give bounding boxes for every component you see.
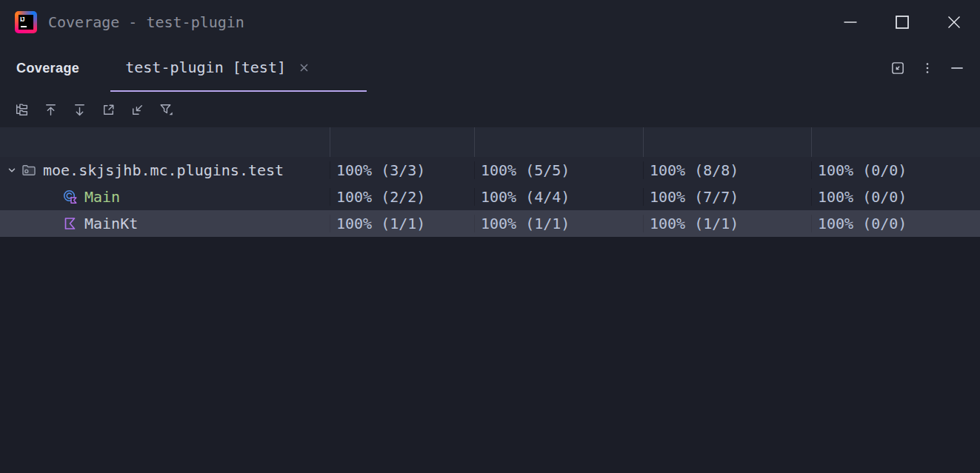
import-button[interactable] <box>126 98 148 121</box>
kotlin-class-icon <box>62 189 79 205</box>
branch-coverage-cell: 100% (0/0) <box>811 161 980 179</box>
export-icon <box>101 102 116 118</box>
hide-toolwindow-button[interactable] <box>944 56 970 81</box>
more-options-icon <box>920 61 935 76</box>
toolwindow-tab-bar: Coverage test-plugin [test] <box>0 44 980 92</box>
flatten-packages-icon <box>14 102 30 118</box>
chevron-down-icon <box>6 164 18 176</box>
tab-test-plugin[interactable]: test-plugin [test] <box>110 44 367 92</box>
package-icon <box>21 162 37 178</box>
class-coverage-cell: 100% (1/1) <box>330 215 474 232</box>
element-cell: MainKt <box>0 210 330 237</box>
minimize-icon <box>842 14 859 30</box>
table-row-package[interactable]: moe.skjsjhb.mc.plugins.test 100% (3/3) 1… <box>0 157 980 184</box>
method-coverage-cell: 100% (4/4) <box>474 188 643 206</box>
line-coverage-cell: 100% (8/8) <box>643 161 811 179</box>
navigate-up-button[interactable] <box>39 98 61 121</box>
flatten-packages-button[interactable] <box>10 98 33 121</box>
line-coverage-cell: 100% (1/1) <box>643 215 811 232</box>
import-icon <box>130 102 145 118</box>
line-coverage-cell: 100% (7/7) <box>643 188 811 206</box>
dock-window-button[interactable] <box>885 56 910 81</box>
filter-button[interactable] <box>155 98 177 121</box>
intellij-logo-inner: IJ <box>19 15 33 30</box>
maximize-button[interactable] <box>876 0 928 44</box>
element-label: moe.skjsjhb.mc.plugins.test <box>43 161 284 179</box>
method-coverage-cell: 100% (1/1) <box>474 215 643 232</box>
tab-close-icon <box>299 62 310 73</box>
element-label: Main <box>84 188 120 206</box>
more-options-button[interactable] <box>915 56 940 81</box>
dock-window-icon <box>890 60 906 76</box>
hide-icon <box>949 60 965 76</box>
window-title: Coverage - test-plugin <box>48 13 244 31</box>
branch-coverage-cell: 100% (0/0) <box>811 215 980 232</box>
table-empty-area <box>0 237 980 473</box>
window-controls <box>824 0 980 44</box>
tab-label: test-plugin [test] <box>125 58 286 76</box>
minimize-button[interactable] <box>824 0 876 44</box>
table-row-mainkt[interactable]: MainKt 100% (1/1) 100% (1/1) 100% (1/1) … <box>0 210 980 237</box>
method-coverage-cell: 100% (5/5) <box>474 161 643 179</box>
element-cell: Main <box>0 184 330 210</box>
class-coverage-cell: 100% (3/3) <box>330 161 474 179</box>
branch-coverage-cell: 100% (0/0) <box>811 188 980 206</box>
navigate-down-icon <box>72 102 87 118</box>
toolwindow-title: Coverage <box>0 61 99 76</box>
table-row-main[interactable]: Main 100% (2/2) 100% (4/4) 100% (7/7) 10… <box>0 184 980 210</box>
tab-bar-corner-actions <box>885 44 980 92</box>
class-coverage-cell: 100% (2/2) <box>330 188 474 206</box>
maximize-icon <box>894 14 910 30</box>
element-cell: moe.skjsjhb.mc.plugins.test <box>0 157 330 184</box>
kotlin-file-icon <box>62 215 79 232</box>
intellij-logo-bar <box>21 26 27 28</box>
close-button[interactable] <box>928 0 980 44</box>
coverage-toolbar <box>0 92 980 127</box>
title-bar: IJ Coverage - test-plugin <box>0 0 980 44</box>
navigate-up-icon <box>43 102 59 118</box>
navigate-down-button[interactable] <box>68 98 90 121</box>
close-icon <box>946 14 962 30</box>
filter-icon <box>158 101 174 118</box>
coverage-table-header: Element Class, % Method, % Line, % Branc… <box>0 127 980 157</box>
element-label: MainKt <box>84 215 138 232</box>
intellij-logo-icon: IJ <box>15 11 37 33</box>
export-button[interactable] <box>97 98 119 121</box>
intellij-logo-text: IJ <box>20 16 24 23</box>
expand-collapse-button[interactable] <box>3 164 21 176</box>
